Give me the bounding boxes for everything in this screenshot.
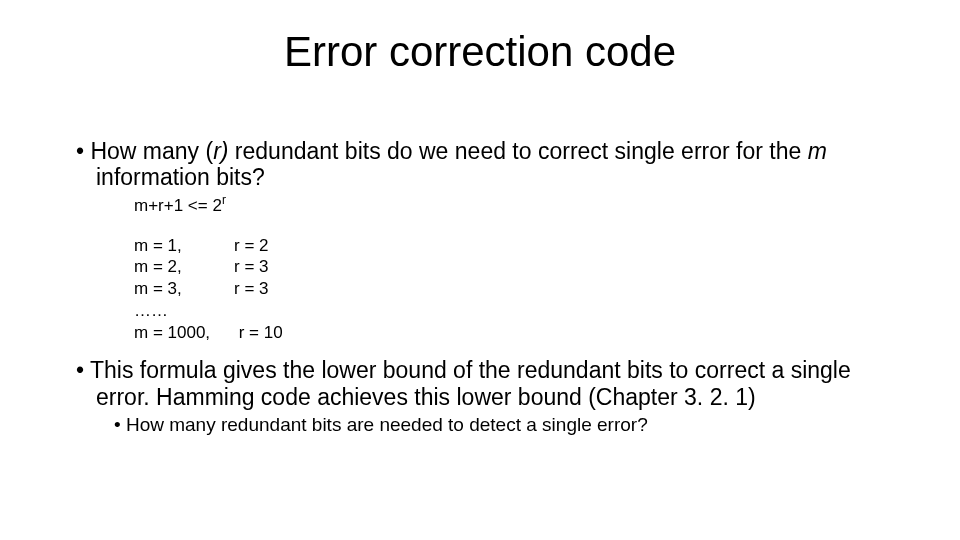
pair-2-r: r = 3: [234, 257, 269, 276]
pair-3-r: r = 3: [234, 279, 269, 298]
bullet-1-pre: How many (: [90, 138, 213, 164]
bullet-1-post: information bits?: [96, 164, 265, 190]
formula-line: m+r+1 <= 2r: [134, 195, 896, 217]
bullet-2: This formula gives the lower bound of th…: [76, 357, 896, 410]
bullet-1-var-m: m: [808, 138, 827, 164]
pair-row-3: m = 3,r = 3: [134, 278, 896, 300]
dots: ……: [134, 301, 168, 320]
pair-4-r: r = 10: [234, 323, 283, 342]
sub-bullet-1: How many redundant bits are needed to de…: [114, 414, 896, 437]
pair-1-m: m = 1,: [134, 235, 234, 257]
pair-1-r: r = 2: [234, 236, 269, 255]
formula-left: m+r+1 <= 2: [134, 196, 222, 215]
formula-exp: r: [222, 193, 226, 207]
pair-2-m: m = 2,: [134, 256, 234, 278]
bullet-1: How many (r) redundant bits do we need t…: [76, 138, 896, 191]
bullet-1-var-r: r): [213, 138, 228, 164]
bullet-1-mid: redundant bits do we need to correct sin…: [228, 138, 807, 164]
pair-row-4: m = 1000, r = 10: [134, 322, 896, 344]
pair-row-2: m = 2,r = 3: [134, 256, 896, 278]
pair-row-1: m = 1,r = 2: [134, 235, 896, 257]
pair-4-m: m = 1000,: [134, 322, 234, 344]
slide-body: How many (r) redundant bits do we need t…: [76, 138, 896, 437]
pair-row-dots: ……: [134, 300, 896, 322]
slide-title: Error correction code: [0, 28, 960, 76]
pair-3-m: m = 3,: [134, 278, 234, 300]
formula-block: m+r+1 <= 2r m = 1,r = 2 m = 2,r = 3 m = …: [134, 195, 896, 344]
